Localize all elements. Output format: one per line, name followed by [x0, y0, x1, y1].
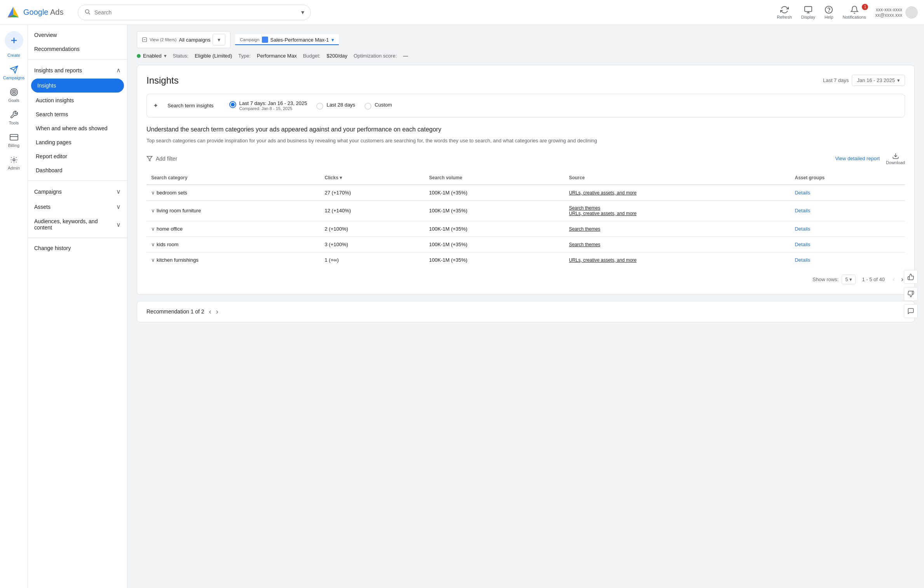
sidebar-insights-section-label: Insights and reports	[34, 67, 82, 74]
nav-goals[interactable]: Goals	[0, 85, 28, 106]
details-link[interactable]: Details	[795, 208, 810, 214]
main-content: View (2 filters) All campaigns ▾ Campaig…	[127, 25, 924, 588]
status-detail: Eligible (Limited)	[195, 53, 232, 59]
rows-chevron-icon: ▾	[849, 276, 852, 282]
svg-rect-16	[10, 135, 17, 140]
cell-clicks: 3 (+100%)	[320, 236, 425, 252]
enabled-chevron-icon[interactable]: ▾	[164, 53, 167, 59]
sidebar-item-dashboard[interactable]: Dashboard	[28, 163, 127, 177]
radio-last7[interactable]: Last 7 days: Jan 16 - 23, 2025 Compared:…	[229, 100, 307, 111]
refresh-button[interactable]: Refresh	[777, 5, 792, 19]
user-avatar[interactable]	[905, 6, 918, 19]
spark-icon: ✦	[153, 102, 158, 109]
help-button[interactable]: Help	[825, 5, 833, 19]
campaign-selector-button[interactable]: Campaign Sales-Performance Max-1 ▾	[235, 34, 338, 45]
show-rows-label: Show rows:	[812, 276, 839, 282]
spark-label: Search term insights	[167, 103, 214, 108]
enabled-label: Enabled	[143, 53, 162, 59]
sidebar-audiences-section[interactable]: Audiences, keywords, and content ∨	[28, 214, 127, 234]
view-filter-button[interactable]: View (2 filters) All campaigns ▾	[137, 31, 230, 48]
insights-title: Insights	[146, 75, 179, 86]
expand-row-icon[interactable]: ∨	[151, 257, 155, 263]
create-button[interactable]	[5, 31, 23, 50]
sidebar-item-report-editor[interactable]: Report editor	[28, 149, 127, 163]
cell-asset-groups: Details	[790, 252, 905, 268]
nav-admin[interactable]: Admin	[0, 152, 28, 173]
rows-value: 5	[845, 276, 848, 282]
enabled-badge: Enabled ▾	[137, 53, 167, 59]
insights-card: Insights Last 7 days Jan 16 - 23 2025 ▾ …	[137, 65, 915, 295]
view-filter-value: All campaigns	[179, 37, 210, 43]
refresh-label: Refresh	[777, 15, 792, 19]
svg-point-15	[13, 91, 15, 93]
download-button[interactable]: Download	[886, 152, 905, 165]
refresh-icon	[780, 5, 789, 14]
search-input[interactable]	[94, 9, 301, 16]
thumbs-down-button[interactable]	[904, 287, 918, 301]
comment-button[interactable]	[904, 304, 918, 318]
table-row: ∨kids room3 (+100%)100K-1M (+35%)Search …	[146, 236, 905, 252]
opt-score-prefix: Optimization score:	[354, 53, 397, 59]
sidebar-item-insights[interactable]: Insights	[31, 79, 124, 93]
cell-volume: 100K-1M (+35%)	[424, 236, 564, 252]
sidebar-item-recommendations[interactable]: Recommendations	[28, 42, 127, 56]
source-link[interactable]: Search themes	[569, 205, 785, 211]
top-nav: Google Ads ▾ Refresh Display Hel	[0, 0, 924, 25]
nav-campaigns[interactable]: Campaigns	[0, 62, 28, 83]
radio-last28[interactable]: Last 28 days	[316, 102, 355, 110]
details-link[interactable]: Details	[795, 226, 810, 232]
details-link[interactable]: Details	[795, 190, 810, 196]
expand-row-icon[interactable]: ∨	[151, 226, 155, 232]
filter-right: View detailed report Download	[835, 152, 905, 165]
cell-clicks: 2 (+100%)	[320, 221, 425, 236]
cell-source: URLs, creative assets, and more	[564, 252, 790, 268]
expand-row-icon[interactable]: ∨	[151, 190, 155, 196]
sidebar-item-change-history[interactable]: Change history	[28, 241, 127, 255]
thumbs-up-button[interactable]	[904, 270, 918, 284]
source-link[interactable]: URLs, creative assets, and more	[569, 211, 785, 216]
cell-source: Search themes	[564, 221, 790, 236]
sidebar-campaigns-label: Campaigns	[34, 189, 62, 195]
right-actions	[904, 270, 918, 318]
sidebar-assets-section[interactable]: Assets ∨	[28, 199, 127, 214]
status-prefix: Status:	[173, 53, 188, 59]
filter-bar: Add filter View detailed report Download	[146, 152, 905, 165]
source-link[interactable]: URLs, creative assets, and more	[569, 190, 636, 196]
cell-asset-groups: Details	[790, 185, 905, 201]
svg-point-18	[13, 159, 15, 161]
sidebar-insights-label: Insights	[37, 82, 56, 89]
date-range-button[interactable]: Jan 16 - 23 2025 ▾	[852, 75, 905, 86]
notifications-button[interactable]: 1 Notifications	[843, 5, 866, 19]
recommendation-label: Recommendation 1 of 2	[146, 308, 204, 315]
sidebar-item-when-where[interactable]: When and where ads showed	[28, 121, 127, 135]
nav-campaigns-label: Campaigns	[3, 75, 25, 80]
rows-select[interactable]: 5 ▾	[842, 275, 856, 284]
nav-tools[interactable]: Tools	[0, 107, 28, 128]
sidebar-item-auction-insights[interactable]: Auction insights	[28, 93, 127, 107]
details-link[interactable]: Details	[795, 242, 810, 247]
view-report-link[interactable]: View detailed report	[835, 156, 880, 161]
expand-row-icon[interactable]: ∨	[151, 208, 155, 214]
prev-page-button[interactable]: ‹	[891, 274, 896, 285]
sidebar-item-landing-pages[interactable]: Landing pages	[28, 135, 127, 149]
nav-billing-label: Billing	[8, 143, 19, 148]
display-button[interactable]: Display	[801, 5, 815, 19]
google-logo-icon	[6, 5, 20, 19]
add-filter-button[interactable]: Add filter	[146, 156, 177, 162]
expand-row-icon[interactable]: ∨	[151, 242, 155, 247]
source-link[interactable]: Search themes	[569, 242, 600, 247]
rec-next-button[interactable]: ›	[216, 308, 218, 316]
thumbs-down-icon	[907, 290, 914, 298]
sidebar-item-overview[interactable]: Overview	[28, 28, 127, 42]
search-bar[interactable]: ▾	[78, 5, 311, 20]
nav-billing[interactable]: Billing	[0, 130, 28, 151]
details-link[interactable]: Details	[795, 257, 810, 263]
source-link[interactable]: Search themes	[569, 226, 600, 232]
source-link[interactable]: URLs, creative assets, and more	[569, 257, 636, 263]
rec-prev-button[interactable]: ‹	[209, 308, 211, 316]
sidebar-campaigns-section[interactable]: Campaigns ∨	[28, 184, 127, 199]
col-clicks[interactable]: Clicks ▾	[320, 171, 425, 185]
sidebar-item-search-terms[interactable]: Search terms	[28, 107, 127, 121]
radio-custom[interactable]: Custom	[364, 102, 392, 110]
sidebar-insights-section[interactable]: Insights and reports ∧	[28, 63, 127, 78]
